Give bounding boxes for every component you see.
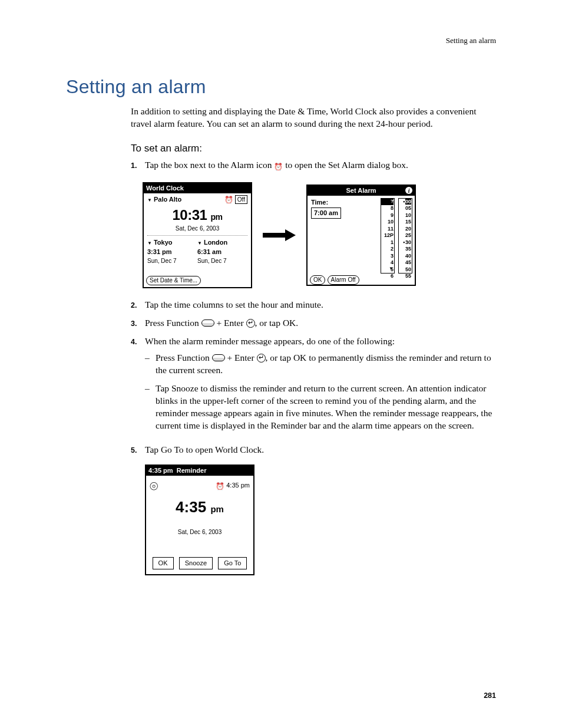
set-alarm-titlebar: Set Alarm i bbox=[308, 186, 415, 196]
step-number: 2. bbox=[131, 299, 145, 311]
primary-city-picker[interactable]: Palo Alto bbox=[147, 195, 181, 204]
reminder-titlebar: 4:35 pm Reminder bbox=[146, 466, 253, 476]
city-3-time: 6:31 am bbox=[197, 248, 247, 256]
step-text: Press Function bbox=[145, 318, 201, 328]
step-1: 1. Tap the box next to the Alarm icon ⏰ … bbox=[131, 159, 496, 172]
alarm-clock-icon: ⏰ bbox=[216, 482, 224, 491]
function-key-icon bbox=[201, 319, 214, 327]
city-3-date: Sun, Dec 7 bbox=[197, 257, 247, 265]
city-2-time: 3:31 pm bbox=[147, 248, 197, 256]
set-date-time-button[interactable]: Set Date & Time... bbox=[146, 276, 201, 285]
time-ampm: pm bbox=[211, 212, 223, 222]
city-2-date: Sun, Dec 7 bbox=[147, 257, 197, 265]
figure-world-clock-set-alarm: World Clock Palo Alto ⏰ Off 10:31 pm Sat… bbox=[143, 182, 496, 288]
time-value: 10:31 bbox=[172, 207, 207, 223]
procedure-heading: To set an alarm: bbox=[131, 142, 496, 156]
attention-indicator-icon: ⦾ bbox=[150, 479, 158, 493]
svg-marker-1 bbox=[285, 229, 296, 241]
city-2-picker[interactable]: Tokyo bbox=[147, 238, 197, 247]
titlebar-text: World Clock bbox=[146, 184, 184, 193]
step-text: Tap the time columns to set the hour and… bbox=[145, 299, 496, 311]
reminder-bar-time: 4:35 pm bbox=[148, 466, 173, 475]
step-3: 3. Press Function + Enter , or tap OK. bbox=[131, 317, 496, 330]
alarm-clock-icon: ⏰ bbox=[224, 195, 233, 205]
step-number: 4. bbox=[131, 335, 145, 438]
page-number: 281 bbox=[484, 691, 496, 701]
reminder-date: Sat, Dec 6, 2003 bbox=[146, 528, 253, 536]
function-key-icon bbox=[212, 354, 225, 361]
scroll-up-icon[interactable]: ▲ bbox=[389, 199, 394, 206]
ok-button[interactable]: OK bbox=[310, 275, 325, 285]
substep: – Tap Snooze to dismiss the reminder and… bbox=[145, 383, 496, 432]
city-2: Tokyo 3:31 pm Sun, Dec 7 bbox=[147, 238, 197, 265]
time-value-box[interactable]: 7:00 am bbox=[311, 207, 341, 219]
reminder-screen: 4:35 pm Reminder ⦾ ⏰ 4:35 pm 4:35 pm Sat… bbox=[145, 465, 254, 575]
substep-text: Tap Snooze to dismiss the reminder and r… bbox=[156, 383, 496, 432]
dash: – bbox=[145, 383, 156, 432]
substep-text: + Enter bbox=[225, 353, 257, 363]
step-text: , or tap OK. bbox=[255, 318, 299, 328]
step-text: + Enter bbox=[214, 318, 246, 328]
enter-key-icon bbox=[246, 319, 255, 328]
step-2: 2. Tap the time columns to set the hour … bbox=[131, 299, 496, 311]
reminder-bar-label: Reminder bbox=[177, 466, 251, 475]
step-text: Tap Go To to open World Clock. bbox=[145, 444, 496, 456]
alarm-clock-icon: ⏰ bbox=[274, 162, 283, 172]
step-4: 4. When the alarm reminder message appea… bbox=[131, 335, 496, 438]
time-ampm: pm bbox=[210, 504, 224, 514]
step-number: 1. bbox=[131, 159, 145, 172]
alarm-toggle-box[interactable]: Off bbox=[235, 195, 247, 205]
ok-button[interactable]: OK bbox=[153, 557, 174, 569]
city-3-picker[interactable]: London bbox=[197, 238, 247, 247]
world-clock-titlebar: World Clock bbox=[144, 183, 251, 193]
scroll-down-icon[interactable]: ▼ bbox=[389, 265, 394, 272]
minute-column[interactable]: ▪00 0510152025▪303540455055 bbox=[398, 198, 412, 274]
step-number: 3. bbox=[131, 317, 145, 330]
city-3: London 6:31 am Sun, Dec 7 bbox=[197, 238, 247, 265]
world-clock-screen: World Clock Palo Alto ⏰ Off 10:31 pm Sat… bbox=[143, 182, 252, 288]
enter-key-icon bbox=[257, 354, 266, 363]
time-label: Time: bbox=[311, 198, 377, 207]
reminder-big-time: 4:35 pm bbox=[146, 497, 253, 518]
minute-selected: 00 bbox=[405, 199, 411, 205]
reminder-alarm-time: 4:35 pm bbox=[226, 482, 250, 489]
step-text: to open the Set Alarm dialog box. bbox=[283, 160, 408, 170]
alarm-off-button[interactable]: Alarm Off bbox=[328, 275, 359, 285]
goto-button[interactable]: Go To bbox=[218, 557, 247, 569]
section-title: Setting an alarm bbox=[66, 74, 496, 100]
time-value: 4:35 bbox=[176, 498, 206, 516]
step-text: Tap the box next to the Alarm icon bbox=[145, 160, 274, 170]
primary-time: 10:31 pm bbox=[144, 206, 251, 225]
step-number: 5. bbox=[131, 444, 145, 456]
step-5: 5. Tap Go To to open World Clock. bbox=[131, 444, 496, 456]
substep-text: Press Function bbox=[156, 353, 212, 363]
arrow-right-icon bbox=[263, 229, 296, 241]
hour-column[interactable]: 7▲ 89101112P123456 ▼ bbox=[381, 198, 395, 274]
running-header: Setting an alarm bbox=[66, 35, 496, 46]
titlebar-text: Set Alarm bbox=[346, 186, 376, 195]
snooze-button[interactable]: Snooze bbox=[179, 557, 213, 569]
set-alarm-screen: Set Alarm i Time: 7:00 am 7▲ 89101112P12… bbox=[306, 185, 416, 286]
svg-rect-0 bbox=[263, 233, 286, 238]
step-text: When the alarm reminder message appears,… bbox=[145, 336, 395, 346]
info-icon[interactable]: i bbox=[405, 187, 412, 194]
divider bbox=[147, 235, 247, 236]
primary-date: Sat, Dec 6, 2003 bbox=[144, 225, 251, 233]
substep: – Press Function + Enter , or tap OK to … bbox=[145, 352, 496, 377]
dash: – bbox=[145, 352, 156, 377]
intro-paragraph: In addition to setting and displaying th… bbox=[131, 106, 496, 130]
